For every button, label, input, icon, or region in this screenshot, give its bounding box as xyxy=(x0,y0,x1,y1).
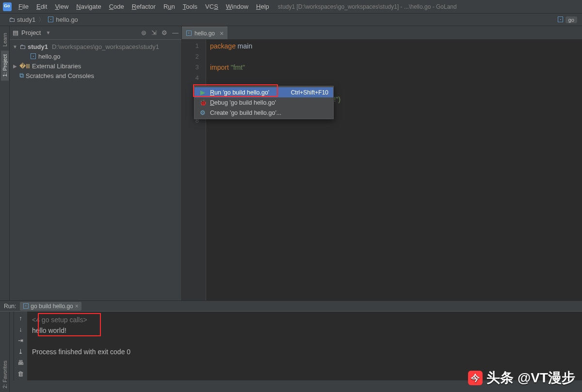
scratches-icon: ⧉ xyxy=(19,72,24,79)
go-file-icon: 🞔 xyxy=(48,16,54,23)
left-tab-learn[interactable]: Learn xyxy=(1,29,9,50)
line-number: 4 xyxy=(182,73,199,83)
line-number: 2 xyxy=(182,51,199,62)
hide-icon[interactable]: — xyxy=(172,29,178,36)
editor-area: 🞔 hello.go × 1 2 3 4 5 6 7 8 package mai… xyxy=(182,26,582,300)
folder-icon: 🗀 xyxy=(19,43,26,50)
menu-navigate[interactable]: Navigate xyxy=(72,0,105,14)
window-title-path: study1 [D:\workspaces\go_workspaces\stud… xyxy=(278,3,457,10)
editor-tab-hello[interactable]: 🞔 hello.go × xyxy=(182,27,227,39)
tree-root[interactable]: ▼ 🗀 study1 D:\workspaces\go_workspaces\s… xyxy=(10,42,181,51)
project-view-icon: ▤ xyxy=(13,29,18,36)
editor-tab-label: hello.go xyxy=(194,30,215,37)
console-exit: Process finished with exit code 0 xyxy=(32,346,577,357)
left-tab-favorites[interactable]: 2: Favorites xyxy=(1,357,9,392)
project-tw-title[interactable]: ▤ Project ▼ xyxy=(13,29,50,36)
run-tab[interactable]: 🞔 go build hello.go × xyxy=(20,302,81,311)
menu-tools[interactable]: Tools xyxy=(179,0,201,14)
scroll-to-end-icon[interactable]: ⤓ xyxy=(18,348,23,355)
bottom-left-tool-strip: 2: Favorites xyxy=(0,312,10,392)
tree-file[interactable]: 🞔 hello.go xyxy=(10,51,181,61)
create-config-icon: ⚙ xyxy=(199,109,206,116)
menu-edit[interactable]: Edit xyxy=(32,0,51,14)
tree-arrow-icon[interactable]: ▶ xyxy=(13,63,17,69)
str-fmt: "fmt" xyxy=(231,63,245,71)
breadcrumb-project-label: study1 xyxy=(17,16,35,23)
menu-run[interactable]: Run xyxy=(160,0,179,14)
menu-vcs[interactable]: VCS xyxy=(201,0,222,14)
breadcrumb-separator: 〉 xyxy=(38,16,45,24)
menu-file[interactable]: File xyxy=(15,0,32,14)
tree-root-path: D:\workspaces\go_workspaces\study1 xyxy=(52,43,159,50)
folder-icon: 🗀 xyxy=(9,16,15,23)
tree-root-label: study1 xyxy=(28,43,48,50)
go-badge[interactable]: go xyxy=(566,16,577,23)
app-icon xyxy=(3,2,12,11)
library-icon: �Ⅲ xyxy=(19,63,30,70)
go-file-icon: 🞔 xyxy=(186,30,192,37)
console-output: hello world! xyxy=(32,325,577,336)
line-number: 3 xyxy=(182,62,199,73)
run-toolbar-console: ↑ ↓ ⇥ ⤓ 🖶 🗑 xyxy=(14,312,27,380)
watermark-icon: 今 xyxy=(468,371,483,385)
down-icon[interactable]: ↓ xyxy=(19,326,22,333)
editor-gutter: 1 2 3 4 5 6 7 8 xyxy=(182,40,206,300)
go-file-icon: 🞔 xyxy=(23,303,29,310)
menu-help[interactable]: Help xyxy=(252,0,273,14)
chevron-down-icon: ▼ xyxy=(46,30,50,35)
console-setup: <4 go setup calls> xyxy=(32,314,577,325)
run-tw-header: Run: 🞔 go build hello.go × xyxy=(0,301,582,312)
navigation-bar: 🗀 study1 〉 🞔 hello.go 🞔 go xyxy=(0,14,582,26)
go-file-icon: 🞔 xyxy=(30,53,36,60)
menu-code[interactable]: Code xyxy=(105,0,128,14)
close-icon[interactable]: × xyxy=(220,30,224,37)
context-menu: ▶ Run 'go build hello.go' Ctrl+Shift+F10… xyxy=(194,86,334,119)
go-badge-icon: 🞔 xyxy=(557,16,564,23)
soft-wrap-icon[interactable]: ⇥ xyxy=(18,337,23,344)
debug-icon: 🐞 xyxy=(199,99,206,106)
watermark-text: 头条 @VT漫步 xyxy=(486,369,575,387)
menu-refactor[interactable]: Refactor xyxy=(128,0,160,14)
close-icon[interactable]: × xyxy=(75,303,79,310)
project-tw-title-label: Project xyxy=(21,29,41,36)
tree-external-libraries[interactable]: ▶ �Ⅲ External Libraries xyxy=(10,61,181,71)
expand-all-icon[interactable]: ⇲ xyxy=(151,29,157,36)
left-tool-strip: Learn 1: Project xyxy=(0,26,10,300)
editor-body[interactable]: 1 2 3 4 5 6 7 8 package main import "fmt… xyxy=(182,40,582,300)
gear-icon[interactable]: ⚙ xyxy=(162,29,167,36)
tree-file-label: hello.go xyxy=(38,53,61,60)
ident-main: main xyxy=(238,42,252,50)
run-label: Run: xyxy=(4,303,16,310)
tree-arrow-icon[interactable]: ▼ xyxy=(13,44,17,49)
watermark: 今 头条 @VT漫步 xyxy=(468,369,575,387)
project-tree: ▼ 🗀 study1 D:\workspaces\go_workspaces\s… xyxy=(10,40,181,300)
breadcrumb-project[interactable]: 🗀 study1 xyxy=(9,16,35,23)
tree-scratches[interactable]: ⧉ Scratches and Consoles xyxy=(10,71,181,80)
ctx-run[interactable]: ▶ Run 'go build hello.go' Ctrl+Shift+F10 xyxy=(194,87,333,97)
kw-import: import xyxy=(210,63,229,71)
breadcrumb-file[interactable]: 🞔 hello.go xyxy=(48,16,78,23)
project-tool-window: ▤ Project ▼ ⊚ ⇲ ⚙ — ▼ 🗀 study1 D:\worksp… xyxy=(10,26,182,300)
locate-icon[interactable]: ⊚ xyxy=(141,29,146,36)
run-tab-label: go build hello.go xyxy=(31,303,73,310)
line-number: 1 xyxy=(182,41,199,51)
editor-tabs: 🞔 hello.go × xyxy=(182,26,582,40)
main-area: Learn 1: Project ▤ Project ▼ ⊚ ⇲ ⚙ — ▼ 🗀… xyxy=(0,26,582,300)
ctx-debug[interactable]: 🐞 Debug 'go build hello.go' xyxy=(194,97,333,108)
menu-bar: File Edit View Navigate Code Refactor Ru… xyxy=(0,0,582,14)
menu-window[interactable]: Window xyxy=(222,0,252,14)
breadcrumb-file-label: hello.go xyxy=(56,16,78,23)
clear-icon[interactable]: 🗑 xyxy=(17,370,24,377)
code-area[interactable]: package main import "fmt" func main() { … xyxy=(206,40,582,300)
menu-view[interactable]: View xyxy=(51,0,72,14)
tree-extlib-label: External Libraries xyxy=(32,63,81,70)
print-icon[interactable]: 🖶 xyxy=(17,359,24,366)
up-icon[interactable]: ↑ xyxy=(19,314,22,322)
ctx-create[interactable]: ⚙ Create 'go build hello.go'... xyxy=(194,108,333,118)
left-tab-project[interactable]: 1: Project xyxy=(1,50,9,80)
project-tw-header: ▤ Project ▼ ⊚ ⇲ ⚙ — xyxy=(10,26,181,40)
tree-scratches-label: Scratches and Consoles xyxy=(26,72,94,79)
ctx-create-label: Create 'go build hello.go'... xyxy=(210,110,281,116)
ctx-run-shortcut: Ctrl+Shift+F10 xyxy=(291,89,328,96)
run-icon: ▶ xyxy=(199,89,206,96)
